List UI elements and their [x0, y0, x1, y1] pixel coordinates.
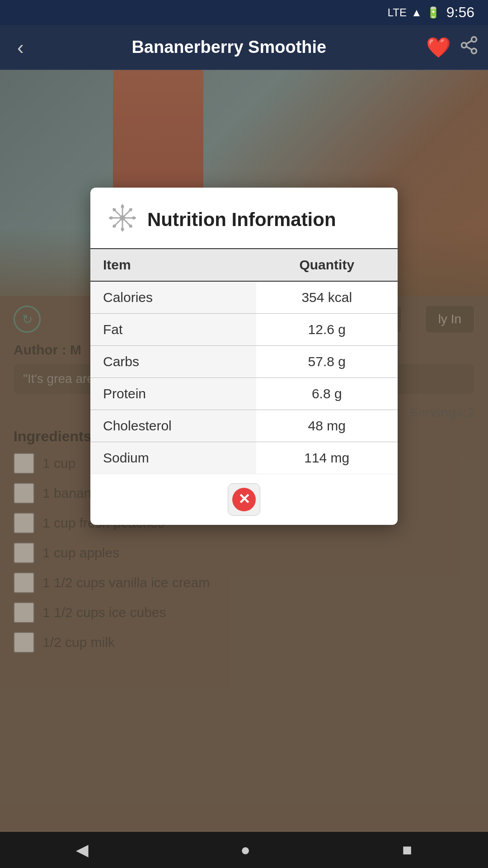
header-actions: ❤️ [426, 35, 479, 59]
nutrition-item-label: Protein [90, 378, 256, 410]
svg-point-10 [121, 205, 124, 208]
nutrition-icon [107, 202, 138, 237]
battery-icon: 🔋 [427, 6, 440, 19]
nutrition-item-label: Cholesterol [90, 410, 256, 442]
share-button[interactable] [459, 35, 479, 59]
close-x-label: ✕ [238, 492, 250, 506]
nav-home-button[interactable]: ● [240, 840, 250, 859]
nutrition-item-label: Sodium [90, 442, 256, 474]
nutrition-item-label: Fat [90, 314, 256, 346]
svg-point-15 [129, 225, 132, 228]
nutrition-quantity-value: 48 mg [256, 410, 398, 442]
svg-point-17 [113, 225, 116, 228]
modal-footer: ✕ [90, 474, 398, 525]
nutrition-quantity-value: 57.8 g [256, 346, 398, 378]
modal-overlay: Nutrition Information Item Quantity Calo… [0, 70, 488, 832]
lte-icon: LTE [388, 6, 407, 19]
favorite-button[interactable]: ❤️ [426, 36, 451, 59]
svg-line-3 [466, 47, 472, 50]
close-button[interactable]: ✕ [228, 483, 260, 516]
svg-line-4 [466, 41, 472, 44]
page-title: Bananerberry Smoothie [32, 38, 426, 57]
nav-recent-button[interactable]: ■ [402, 840, 412, 859]
nutrition-quantity-value: 6.8 g [256, 378, 398, 410]
nav-bar: ◀ ● ■ [0, 832, 488, 868]
nutrition-quantity-value: 354 kcal [256, 281, 398, 314]
nutrition-row: Sodium114 mg [90, 442, 398, 474]
svg-point-11 [121, 228, 124, 231]
nutrition-item-label: Calories [90, 281, 256, 314]
svg-point-14 [113, 208, 116, 212]
nutrition-modal: Nutrition Information Item Quantity Calo… [90, 188, 398, 525]
nutrition-table: Item Quantity Calories354 kcalFat12.6 gC… [90, 249, 398, 474]
back-button[interactable]: ‹ [9, 32, 32, 63]
svg-point-9 [120, 215, 125, 221]
nutrition-row: Protein6.8 g [90, 378, 398, 410]
nutrition-row: Carbs57.8 g [90, 346, 398, 378]
nav-back-button[interactable]: ◀ [76, 840, 89, 859]
svg-point-12 [110, 217, 113, 220]
col-header-item: Item [90, 249, 256, 281]
modal-header: Nutrition Information [90, 188, 398, 249]
nutrition-quantity-value: 114 mg [256, 442, 398, 474]
close-icon: ✕ [232, 488, 256, 511]
status-bar: LTE ▲ 🔋 9:56 [0, 0, 488, 25]
nutrition-row: Cholesterol48 mg [90, 410, 398, 442]
svg-point-13 [132, 217, 136, 220]
nutrition-quantity-value: 12.6 g [256, 314, 398, 346]
nutrition-row: Calories354 kcal [90, 281, 398, 314]
app-header: ‹ Bananerberry Smoothie ❤️ [0, 25, 488, 70]
modal-title: Nutrition Information [147, 209, 336, 231]
col-header-quantity: Quantity [256, 249, 398, 281]
status-time: 9:56 [446, 4, 474, 21]
nutrition-row: Fat12.6 g [90, 314, 398, 346]
svg-point-16 [129, 208, 132, 212]
nutrition-item-label: Carbs [90, 346, 256, 378]
signal-icon: ▲ [411, 6, 422, 19]
status-icons: LTE ▲ 🔋 [388, 6, 440, 19]
